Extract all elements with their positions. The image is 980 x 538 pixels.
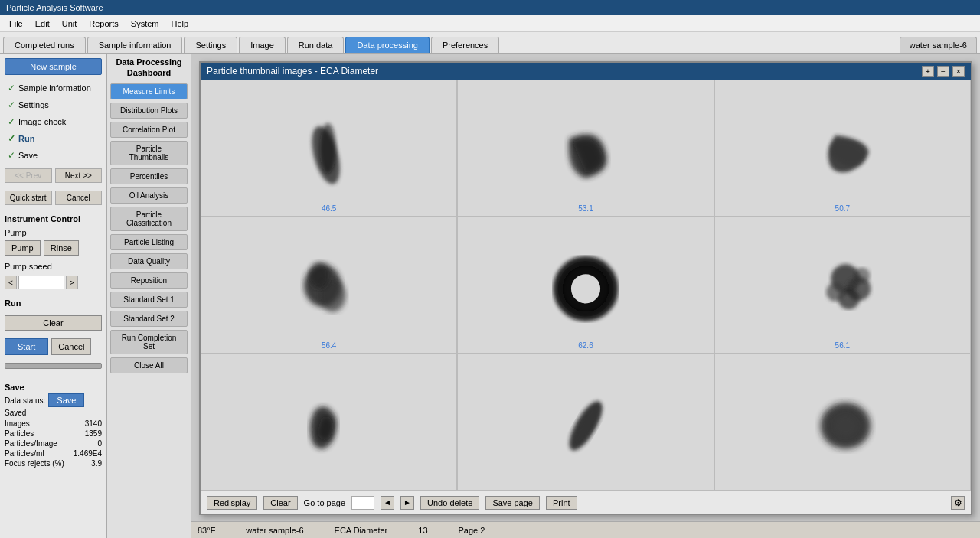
particle-image-5 xyxy=(540,236,632,335)
sidebar-item-run[interactable]: ✓ Run xyxy=(5,132,102,145)
tab-sample-information[interactable]: Sample information xyxy=(87,37,183,53)
save-button[interactable]: Save xyxy=(48,393,84,407)
sidebar-item-image-check[interactable]: ✓ Image check xyxy=(5,115,102,129)
tab-image[interactable]: Image xyxy=(239,37,286,53)
data-status-label: Data status: xyxy=(5,396,45,405)
redisplay-button[interactable]: Redisplay xyxy=(207,496,257,510)
particle-listing-button[interactable]: Particle Listing xyxy=(110,234,188,250)
save-section-label: Save xyxy=(5,383,102,392)
particle-image-3 xyxy=(796,99,888,198)
modal-footer: Redisplay Clear Go to page ◄ ► Undo dele… xyxy=(201,491,971,514)
modal-close-button[interactable]: × xyxy=(952,66,965,77)
content-area: Particle thumbnail images - ECA Diameter… xyxy=(191,54,980,538)
clear-button[interactable]: Clear xyxy=(5,315,102,331)
app-title: Particle Analysis Software xyxy=(6,3,103,12)
correlation-plot-button[interactable]: Correlation Plot xyxy=(110,122,188,138)
thumbnail-cell-9[interactable] xyxy=(714,354,971,491)
sidebar-item-settings[interactable]: ✓ Settings xyxy=(5,98,102,112)
start-button[interactable]: Start xyxy=(5,338,48,355)
page-next-button[interactable]: ► xyxy=(400,496,414,510)
standard-set-1-button[interactable]: Standard Set 1 xyxy=(110,292,188,308)
particles-value: 1359 xyxy=(85,429,102,438)
percentiles-button[interactable]: Percentiles xyxy=(110,168,188,184)
modal-title: Particle thumbnail images - ECA Diameter xyxy=(207,66,378,77)
settings-gear-button[interactable]: ⚙ xyxy=(951,496,965,510)
distribution-plots-button[interactable]: Distribution Plots xyxy=(110,103,188,119)
sidebar-item-sample-info[interactable]: ✓ Sample information xyxy=(5,81,102,95)
thumbnail-cell-4[interactable]: 56.4 xyxy=(201,217,457,354)
tab-water-sample[interactable]: water sample-6 xyxy=(900,37,977,53)
cancel-nav-button[interactable]: Cancel xyxy=(55,191,103,205)
check-icon: ✓ xyxy=(8,150,15,161)
pump-button[interactable]: Pump xyxy=(5,240,41,256)
measure-limits-button[interactable]: Measure Limits xyxy=(110,83,188,99)
menu-help[interactable]: Help xyxy=(165,18,194,30)
new-sample-button[interactable]: New sample xyxy=(5,58,102,75)
particle-image-1 xyxy=(283,99,375,198)
temperature-status: 83°F xyxy=(198,526,215,535)
close-all-button[interactable]: Close All xyxy=(110,357,188,373)
next-button[interactable]: Next >> xyxy=(55,168,103,183)
images-label: Images xyxy=(5,419,30,428)
run-completion-set-button[interactable]: Run Completion Set xyxy=(110,330,188,354)
particle-image-4 xyxy=(283,236,375,335)
thumbnail-cell-3[interactable]: 50.7 xyxy=(714,80,971,217)
go-to-page-label: Go to page xyxy=(304,498,345,507)
print-button[interactable]: Print xyxy=(546,496,577,510)
menu-edit[interactable]: Edit xyxy=(29,18,56,30)
eca-diameter-status: ECA Diameter xyxy=(335,526,388,535)
footer-clear-button[interactable]: Clear xyxy=(263,496,297,510)
thumbnail-cell-2[interactable]: 53.1 xyxy=(457,80,714,217)
particle-classification-button[interactable]: Particle Classification xyxy=(110,207,188,231)
undo-delete-button[interactable]: Undo delete xyxy=(420,496,479,510)
tab-settings[interactable]: Settings xyxy=(184,37,237,53)
speed-increase-button[interactable]: > xyxy=(66,276,78,289)
rinse-button[interactable]: Rinse xyxy=(44,240,79,256)
check-icon: ✓ xyxy=(8,133,15,144)
modal-dialog: Particle thumbnail images - ECA Diameter… xyxy=(199,61,972,515)
prev-button[interactable]: << Prev xyxy=(5,168,52,183)
thumbnail-cell-5[interactable]: 62.6 xyxy=(457,217,714,354)
modal-plus-button[interactable]: + xyxy=(922,66,934,77)
menu-system[interactable]: System xyxy=(125,18,165,30)
reposition-button[interactable]: Reposition xyxy=(110,272,188,289)
tab-completed-runs[interactable]: Completed runs xyxy=(3,37,86,53)
menu-reports[interactable]: Reports xyxy=(83,18,125,30)
focus-rejects-label: Focus rejects (%) xyxy=(5,459,64,468)
tab-run-data[interactable]: Run data xyxy=(287,37,345,53)
page-input[interactable] xyxy=(351,496,374,510)
tab-data-processing[interactable]: Data processing xyxy=(345,37,430,53)
standard-set-2-button[interactable]: Standard Set 2 xyxy=(110,311,188,327)
data-quality-button[interactable]: Data Quality xyxy=(110,253,188,269)
particle-image-8 xyxy=(540,373,632,472)
thumbnail-cell-6[interactable]: 56.1 xyxy=(714,217,971,354)
page-prev-button[interactable]: ◄ xyxy=(381,496,394,510)
thumbnail-cell-1[interactable]: 46.5 xyxy=(201,80,457,217)
check-icon: ✓ xyxy=(8,83,15,93)
title-bar: Particle Analysis Software xyxy=(0,0,980,15)
particle-thumbnails-button[interactable]: Particle Thumbnails xyxy=(110,141,188,165)
sidebar-item-save[interactable]: ✓ Save xyxy=(5,148,102,162)
thumbnail-cell-8[interactable] xyxy=(457,354,714,491)
instrument-control-label: Instrument Control xyxy=(5,214,102,223)
pump-label: Pump xyxy=(5,228,102,237)
images-value: 3140 xyxy=(85,419,102,428)
particles-per-ml-value: 1.469E4 xyxy=(74,449,102,458)
thumbnail-cell-7[interactable] xyxy=(201,354,457,491)
quick-start-button[interactable]: Quick start xyxy=(5,191,52,205)
tab-preferences[interactable]: Preferences xyxy=(431,37,499,53)
count-status: 13 xyxy=(418,526,427,535)
cancel-button[interactable]: Cancel xyxy=(51,338,91,355)
modal-minimize-button[interactable]: − xyxy=(937,66,949,77)
speed-decrease-button[interactable]: < xyxy=(5,276,17,289)
save-page-button[interactable]: Save page xyxy=(485,496,540,510)
menu-file[interactable]: File xyxy=(3,18,29,30)
particles-per-ml-label: Particles/ml xyxy=(5,449,44,458)
particle-value-5: 62.6 xyxy=(578,341,593,350)
particles-per-image-value: 0 xyxy=(97,439,102,448)
particle-value-4: 56.4 xyxy=(322,341,336,350)
oil-analysis-button[interactable]: Oil Analysis xyxy=(110,187,188,204)
menu-unit[interactable]: Unit xyxy=(56,18,83,30)
particle-value-1: 46.5 xyxy=(322,204,336,213)
panel-title: Data Processing Dashboard xyxy=(110,57,188,79)
